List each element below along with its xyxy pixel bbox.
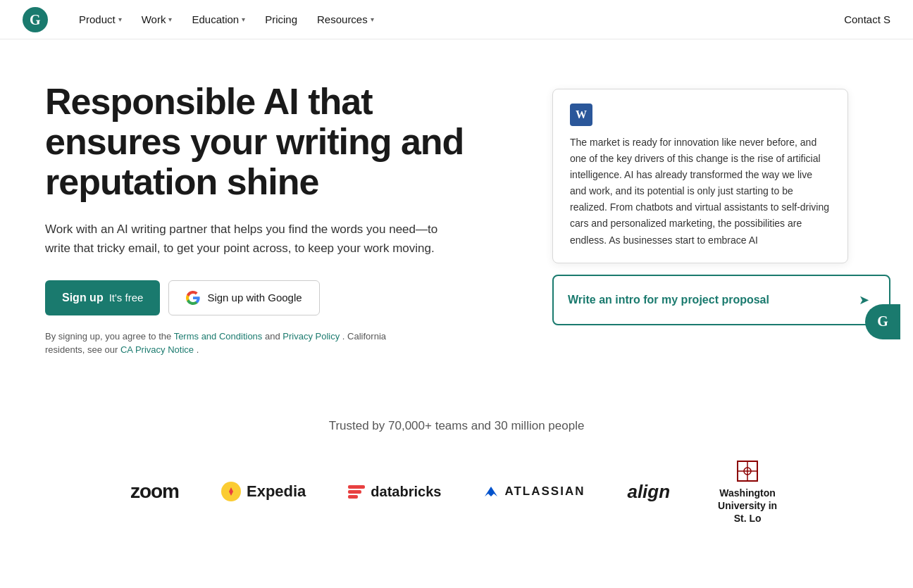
doc-text: The market is ready for innovation like … bbox=[570, 135, 831, 249]
grammarly-badge: G bbox=[865, 304, 900, 339]
svg-text:G: G bbox=[30, 12, 41, 27]
signup-sub-label: It's free bbox=[109, 292, 144, 304]
google-icon bbox=[186, 291, 200, 305]
prompt-text: Write an intro for my project proposal bbox=[568, 294, 769, 306]
logo-atlassian: ATLASSIAN bbox=[483, 484, 585, 499]
nav-item-product[interactable]: Product ▾ bbox=[70, 9, 130, 30]
nav-right: Contact S bbox=[844, 13, 890, 25]
nav-logo[interactable]: G bbox=[23, 7, 48, 32]
chevron-down-icon: ▾ bbox=[168, 15, 172, 23]
trusted-text: Trusted by 70,000+ teams and 30 million … bbox=[45, 419, 868, 433]
logos-row: zoom Expedia dat bbox=[45, 458, 868, 525]
nav-contact[interactable]: Contact S bbox=[844, 13, 890, 25]
chevron-down-icon: ▾ bbox=[242, 15, 245, 23]
hero-left: Responsible AI that ensures your writing… bbox=[45, 82, 510, 357]
atlassian-icon bbox=[483, 484, 499, 499]
hero-headline: Responsible AI that ensures your writing… bbox=[45, 82, 510, 203]
signup-label: Sign up bbox=[62, 292, 104, 304]
nav-items: Product ▾ Work ▾ Education ▾ Pricing Res… bbox=[70, 9, 844, 30]
washu-crest-icon bbox=[735, 458, 760, 484]
hero-right: W The market is ready for innovation lik… bbox=[552, 82, 890, 325]
logo-washu: WashingtonUniversity in St. Lo bbox=[712, 458, 783, 525]
hero-subtext: Work with an AI writing partner that hel… bbox=[45, 220, 454, 258]
hero-right-wrapper: W The market is ready for innovation lik… bbox=[552, 82, 890, 325]
prompt-box[interactable]: Write an intro for my project proposal ➤ bbox=[552, 275, 890, 325]
privacy-link[interactable]: Privacy Policy bbox=[282, 331, 340, 342]
logo-zoom: zoom bbox=[130, 480, 179, 503]
hero-section: Responsible AI that ensures your writing… bbox=[0, 39, 913, 385]
hero-legal-text: By signing up, you agree to the Terms an… bbox=[45, 330, 426, 357]
databricks-icon bbox=[348, 485, 365, 499]
logo-expedia: Expedia bbox=[221, 482, 306, 501]
nav-item-education[interactable]: Education ▾ bbox=[183, 9, 254, 30]
navbar: G Product ▾ Work ▾ Education ▾ Pricing R… bbox=[0, 0, 913, 39]
google-signup-label: Sign up with Google bbox=[207, 292, 302, 304]
hero-buttons: Sign up It's free Sign up with Google bbox=[45, 280, 510, 315]
nav-item-pricing[interactable]: Pricing bbox=[256, 9, 306, 30]
chevron-down-icon: ▾ bbox=[371, 15, 374, 23]
terms-link[interactable]: Terms and Conditions bbox=[174, 331, 263, 342]
ca-privacy-link[interactable]: CA Privacy Notice bbox=[120, 344, 194, 355]
doc-card: W The market is ready for innovation lik… bbox=[552, 89, 848, 263]
trusted-section: Trusted by 70,000+ teams and 30 million … bbox=[0, 385, 913, 548]
google-signup-button[interactable]: Sign up with Google bbox=[168, 280, 319, 315]
nav-item-resources[interactable]: Resources ▾ bbox=[309, 9, 383, 30]
logo-align: align bbox=[627, 481, 670, 503]
doc-icon: W bbox=[570, 104, 831, 126]
signup-button[interactable]: Sign up It's free bbox=[45, 280, 160, 315]
nav-item-work[interactable]: Work ▾ bbox=[133, 9, 181, 30]
expedia-icon bbox=[221, 482, 241, 501]
logo-databricks: databricks bbox=[348, 484, 441, 500]
word-icon: W bbox=[570, 104, 592, 126]
chevron-down-icon: ▾ bbox=[118, 15, 122, 23]
